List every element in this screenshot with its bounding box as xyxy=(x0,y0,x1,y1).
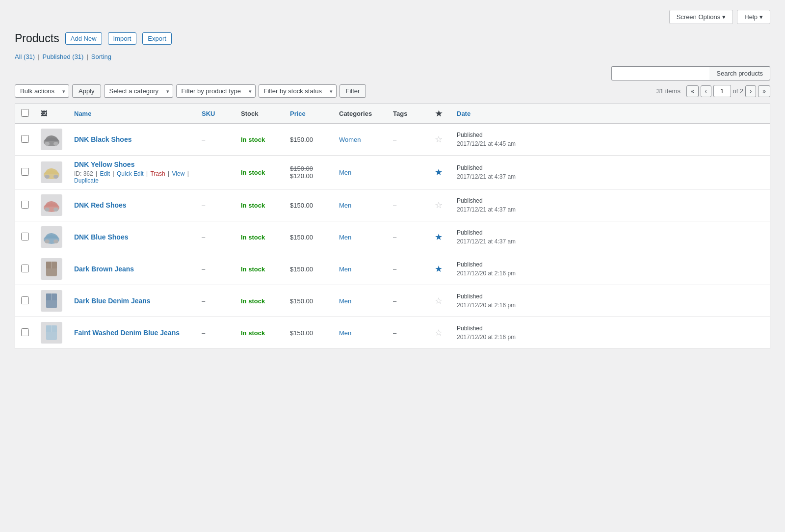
row-date-cell: Published 2017/12/21 at 4:37 am xyxy=(451,189,770,221)
row-checkbox[interactable] xyxy=(21,328,29,336)
view-link[interactable]: View xyxy=(172,170,185,177)
row-stock-cell: In stock xyxy=(235,253,284,285)
col-sku-header[interactable]: SKU xyxy=(196,104,235,124)
row-checkbox[interactable] xyxy=(21,135,29,143)
row-price-cell: $150.00 xyxy=(284,253,333,285)
row-sku-cell: – xyxy=(196,221,235,253)
subnav-all-link[interactable]: All (31) xyxy=(15,53,35,60)
featured-star[interactable]: ★ xyxy=(435,264,443,274)
row-checkbox[interactable] xyxy=(21,265,29,272)
chevron-down-icon: ▾ xyxy=(759,13,763,21)
row-name-cell: DNK Red Shoes xyxy=(68,189,196,221)
add-new-button[interactable]: Add New xyxy=(65,32,102,45)
product-thumbnail xyxy=(41,129,62,150)
product-name-link[interactable]: DNK Yellow Shoes xyxy=(74,160,134,168)
svg-rect-17 xyxy=(46,293,52,300)
featured-star[interactable]: ☆ xyxy=(435,134,443,144)
subnav-sep-2: | xyxy=(86,53,88,60)
search-input[interactable] xyxy=(611,66,709,80)
row-checkbox[interactable] xyxy=(21,233,29,240)
product-name-link[interactable]: Dark Brown Jeans xyxy=(74,265,134,273)
category-link[interactable]: Men xyxy=(339,169,351,176)
row-sku-cell: – xyxy=(196,189,235,221)
stock-status: In stock xyxy=(241,202,265,209)
col-name-header[interactable]: Name xyxy=(68,104,196,124)
duplicate-link[interactable]: Duplicate xyxy=(74,177,99,184)
product-type-select[interactable]: Filter by product type xyxy=(176,84,256,98)
row-sku-cell: – xyxy=(196,253,235,285)
featured-star[interactable]: ☆ xyxy=(435,296,443,306)
tags-value: – xyxy=(393,202,396,209)
featured-star[interactable]: ☆ xyxy=(435,200,443,210)
screen-options-button[interactable]: Screen Options ▾ xyxy=(669,10,733,24)
quick-edit-link[interactable]: Quick Edit xyxy=(117,170,144,177)
row-tags-cell: – xyxy=(387,285,426,317)
trash-link[interactable]: Trash xyxy=(150,170,165,177)
row-stock-cell: In stock xyxy=(235,221,284,253)
row-name-cell: DNK Blue Shoes xyxy=(68,221,196,253)
col-price-header[interactable]: Price xyxy=(284,104,333,124)
help-button[interactable]: Help ▾ xyxy=(737,10,770,24)
product-name-link[interactable]: DNK Red Shoes xyxy=(74,201,127,209)
subnav-published-label: Published (31) xyxy=(43,53,84,60)
row-actions: ID: 362 | Edit | Quick Edit | Trash | Vi… xyxy=(74,170,190,184)
category-link[interactable]: Men xyxy=(339,266,351,273)
subnav-published-link[interactable]: Published (31) xyxy=(43,53,84,60)
row-stock-cell: In stock xyxy=(235,156,284,189)
select-all-checkbox[interactable] xyxy=(21,109,29,117)
table-row: Dark Blue Denim Jeans – In stock $150.00… xyxy=(15,285,770,317)
subnav-sorting-link[interactable]: Sorting xyxy=(91,53,111,60)
category-link[interactable]: Men xyxy=(339,234,351,241)
row-checkbox[interactable] xyxy=(21,201,29,209)
row-stock-cell: In stock xyxy=(235,189,284,221)
category-link[interactable]: Men xyxy=(339,297,351,305)
table-row: Faint Washed Denim Blue Jeans – In stock… xyxy=(15,317,770,349)
stock-status-select[interactable]: Filter by stock status xyxy=(259,84,337,98)
row-featured-cell: ★ xyxy=(426,221,451,253)
product-name-link[interactable]: DNK Black Shoes xyxy=(74,135,131,143)
row-sku-cell: – xyxy=(196,285,235,317)
products-table: 🖼 Name SKU Stock Price Categories xyxy=(15,104,770,349)
date-value: 2017/12/21 at 4:45 am xyxy=(457,140,516,147)
product-name-link[interactable]: DNK Blue Shoes xyxy=(74,233,128,241)
last-page-button[interactable]: » xyxy=(758,85,770,97)
pagination: 31 items « ‹ of 2 › » xyxy=(656,85,770,97)
export-button[interactable]: Export xyxy=(142,32,172,45)
row-checkbox-cell xyxy=(15,221,35,253)
category-link[interactable]: Men xyxy=(339,329,351,337)
category-link[interactable]: Women xyxy=(339,136,361,143)
category-link[interactable]: Men xyxy=(339,202,351,209)
row-price-cell: $150.00 xyxy=(284,317,333,349)
date-info: Published 2017/12/21 at 4:37 am xyxy=(457,196,764,214)
stock-status-select-wrap: Filter by stock status xyxy=(259,84,337,98)
row-checkbox[interactable] xyxy=(21,168,29,176)
row-checkbox[interactable] xyxy=(21,296,29,304)
sku-value: – xyxy=(202,169,205,176)
product-name-link[interactable]: Dark Blue Denim Jeans xyxy=(74,297,151,305)
price-value: $150.00 xyxy=(290,136,313,143)
first-page-button[interactable]: « xyxy=(686,85,699,97)
product-name-link[interactable]: Faint Washed Denim Blue Jeans xyxy=(74,329,180,337)
subnav-sep-1: | xyxy=(38,53,39,60)
page-number-input[interactable] xyxy=(713,85,731,97)
import-button[interactable]: Import xyxy=(108,32,137,45)
row-price-cell: $150.00 xyxy=(284,124,333,156)
featured-star[interactable]: ★ xyxy=(435,232,443,242)
apply-button[interactable]: Apply xyxy=(72,84,101,98)
prev-page-button[interactable]: ‹ xyxy=(701,85,711,97)
product-id-label: ID: 362 xyxy=(74,170,93,177)
table-row: DNK Blue Shoes – In stock $150.00 Men – … xyxy=(15,221,770,253)
sku-value: – xyxy=(202,266,205,273)
date-value: 2017/12/21 at 4:37 am xyxy=(457,238,516,245)
edit-link[interactable]: Edit xyxy=(100,170,110,177)
help-label: Help xyxy=(744,13,758,21)
featured-star[interactable]: ★ xyxy=(435,167,443,177)
svg-point-8 xyxy=(53,208,58,212)
col-date-header[interactable]: Date xyxy=(451,104,770,124)
category-select[interactable]: Select a category xyxy=(104,84,173,98)
filter-button[interactable]: Filter xyxy=(340,84,366,98)
next-page-button[interactable]: › xyxy=(745,85,756,97)
bulk-actions-select[interactable]: Bulk actions xyxy=(15,84,69,98)
featured-star[interactable]: ☆ xyxy=(435,328,443,338)
search-products-button[interactable]: Search products xyxy=(709,66,770,80)
